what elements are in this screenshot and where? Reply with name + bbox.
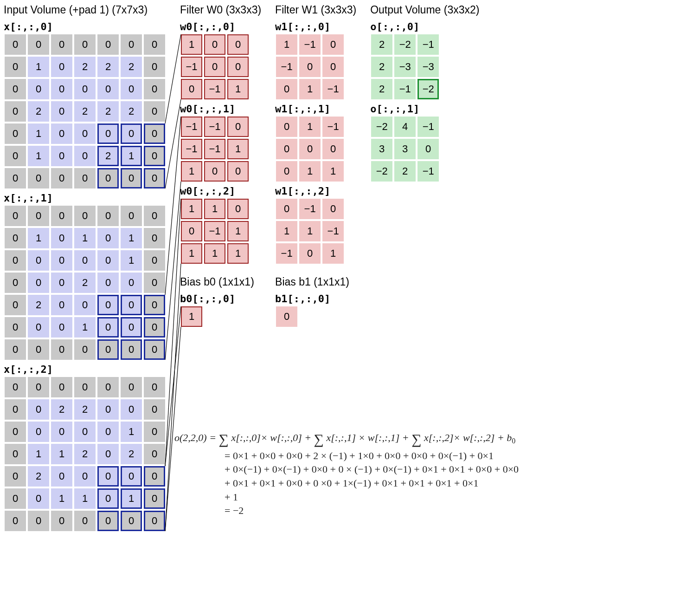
b1-label: b1[:,:,0] bbox=[275, 293, 356, 305]
input-slice1-cell: 0 bbox=[51, 273, 72, 293]
out-slice1-cell: −2 bbox=[371, 161, 392, 182]
input-slice2-cell: 0 bbox=[144, 377, 165, 397]
out-slice0-cell: −2 bbox=[417, 79, 439, 99]
w0-slice1-cell: 0 bbox=[204, 161, 225, 182]
input-slice0-cell: 0 bbox=[5, 123, 26, 144]
input-slice1-cell: 0 bbox=[97, 250, 119, 271]
input-slice0-cell: 0 bbox=[5, 57, 26, 77]
w0-slice2-cell: 1 bbox=[227, 243, 249, 264]
input-slice0-cell: 0 bbox=[74, 34, 96, 55]
input-slice1-cell: 0 bbox=[144, 317, 165, 338]
input-slice2-cell: 0 bbox=[5, 488, 26, 509]
w0-slice2-cell: 1 bbox=[227, 221, 249, 241]
w0-slice0-cell: 1 bbox=[227, 79, 249, 99]
w1-slice2-cell: 0 bbox=[276, 199, 297, 219]
input-slice2-cell: 1 bbox=[74, 488, 96, 509]
w1-slice1-cell: 1 bbox=[299, 117, 321, 137]
input-slice1-cell: 2 bbox=[28, 295, 49, 315]
b1-grid: 0 bbox=[275, 305, 356, 328]
input-slice1-cell: 0 bbox=[28, 339, 49, 360]
input-slice0-cell: 0 bbox=[28, 168, 49, 188]
input-slice1-cell: 0 bbox=[144, 228, 165, 248]
w1-slice1-cell: 0 bbox=[276, 161, 297, 182]
w1-slice0-cell: 0 bbox=[322, 57, 344, 77]
input-slice0-cell: 2 bbox=[121, 101, 142, 122]
input-slice2-cell: 0 bbox=[97, 444, 119, 464]
input-slice2-cell: 0 bbox=[144, 444, 165, 464]
input-slice2-cell: 0 bbox=[97, 399, 119, 420]
input-slice1-cell: 0 bbox=[144, 273, 165, 293]
out-slice1-cell: −2 bbox=[371, 117, 392, 137]
b0-grid: 1 bbox=[180, 305, 261, 328]
input-slice1-cell: 0 bbox=[5, 206, 26, 226]
input-slice1-cell: 0 bbox=[28, 317, 49, 338]
input-slice2-cell: 0 bbox=[121, 466, 142, 487]
input-slice1-cell: 1 bbox=[74, 317, 96, 338]
input-slice1-cell: 2 bbox=[74, 273, 96, 293]
input-slice2-cell: 2 bbox=[74, 399, 96, 420]
input-slice1-cell: 0 bbox=[51, 317, 72, 338]
w0-slice2-cell: 1 bbox=[204, 199, 225, 219]
input-slice0-cell: 0 bbox=[97, 168, 119, 188]
sigma-icon: ∑ bbox=[219, 430, 229, 449]
input-slice0-cell: 0 bbox=[121, 168, 142, 188]
eq-line3: + 0×(−1) + 0×(−1) + 0×0 + 0 × (−1) + 0×(… bbox=[225, 462, 519, 476]
eq-line5: + 1 bbox=[225, 490, 519, 504]
input-slice2: 0000000002200000000100112020020000000110… bbox=[4, 376, 166, 532]
input-slice2-cell: 0 bbox=[74, 422, 96, 442]
input-slice0-cell: 0 bbox=[5, 101, 26, 122]
input-slice2-cell: 0 bbox=[51, 511, 72, 531]
w1-slice2-cell: 0 bbox=[299, 243, 321, 264]
input-slice1-cell: 0 bbox=[97, 317, 119, 338]
input-slice0-cell: 0 bbox=[144, 34, 165, 55]
equation-block: o(2,2,0) = ∑ x[:,:,0]× w[:,:,0] + ∑ x[:,… bbox=[174, 430, 519, 518]
input-slice0-cell: 0 bbox=[97, 34, 119, 55]
input-heading: Input Volume (+pad 1) (7x7x3) bbox=[4, 4, 166, 16]
input-slice0-cell: 0 bbox=[144, 168, 165, 188]
w1-slice2-cell: 1 bbox=[299, 221, 321, 241]
input-slice2-cell: 0 bbox=[5, 444, 26, 464]
input-slice0-cell: 0 bbox=[51, 168, 72, 188]
input-slice0-cell: 0 bbox=[97, 79, 119, 99]
input-slice-label: x[:,:,2] bbox=[4, 364, 166, 375]
eq-left: o(2,2,0) = bbox=[174, 432, 219, 443]
out-slice1-cell: 3 bbox=[371, 139, 392, 159]
bias0-cell: 1 bbox=[181, 306, 202, 327]
input-slice0-cell: 0 bbox=[51, 101, 72, 122]
w0-slice1-cell: 0 bbox=[227, 161, 249, 182]
w0-slice0-cell: 0 bbox=[227, 57, 249, 77]
input-slice2-cell: 0 bbox=[97, 422, 119, 442]
input-slice0-cell: 2 bbox=[28, 101, 49, 122]
w1-slice0-cell: 1 bbox=[299, 79, 321, 99]
input-slice2-cell: 0 bbox=[5, 511, 26, 531]
w1-slice2-cell: 1 bbox=[276, 221, 297, 241]
eq-term3: x[:,:,2]× w[:,:,2] + b bbox=[424, 432, 512, 443]
w0-slice2-cell: 0 bbox=[227, 199, 249, 219]
input-slice1-cell: 1 bbox=[74, 228, 96, 248]
input-slice1-cell: 0 bbox=[51, 250, 72, 271]
input-slice2-cell: 0 bbox=[28, 377, 49, 397]
eq-line2: = 0×1 + 0×0 + 0×0 + 2 × (−1) + 1×0 + 0×0… bbox=[225, 449, 519, 463]
input-slice0-cell: 2 bbox=[97, 101, 119, 122]
w0-slice2-cell: 0 bbox=[181, 221, 202, 241]
input-slice2-cell: 0 bbox=[28, 511, 49, 531]
input-slice0-cell: 0 bbox=[51, 123, 72, 144]
input-slice2-cell: 2 bbox=[28, 466, 49, 487]
input-slice0-cell: 0 bbox=[51, 34, 72, 55]
out-slice0-cell: −2 bbox=[394, 34, 416, 55]
input-slice1-cell: 1 bbox=[121, 250, 142, 271]
w1-heading: Filter W1 (3x3x3) bbox=[275, 4, 356, 16]
w1-slice1: 01−1000011 bbox=[275, 116, 345, 182]
input-slice1-cell: 0 bbox=[74, 295, 96, 315]
filter-w0-column: Filter W0 (3x3x3) w0[:,:,0]100−1000−11w0… bbox=[180, 4, 261, 328]
input-slice2-cell: 0 bbox=[144, 466, 165, 487]
input-slice1-cell: 0 bbox=[74, 339, 96, 360]
input-slice1-cell: 0 bbox=[144, 339, 165, 360]
input-slice0-cell: 0 bbox=[74, 123, 96, 144]
input-slice-label: x[:,:,0] bbox=[4, 21, 166, 32]
w0-slice1-cell: −1 bbox=[204, 139, 225, 159]
input-slice1-cell: 0 bbox=[5, 295, 26, 315]
output-slice-label: o[:,:,1] bbox=[370, 103, 479, 115]
w0-slice0-cell: −1 bbox=[204, 79, 225, 99]
input-slice0: 0000000010222000000000202220010000001002… bbox=[4, 33, 166, 189]
